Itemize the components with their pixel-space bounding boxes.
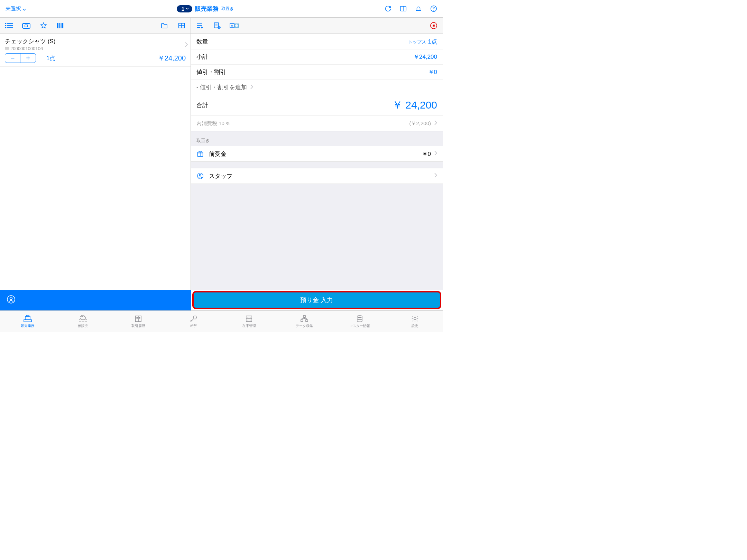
- summary-total-row: 合計 ￥ 24,200: [191, 95, 443, 116]
- help-icon[interactable]: [430, 5, 437, 12]
- svg-rect-68: [301, 320, 303, 321]
- quantity-stepper[interactable]: − +: [5, 53, 36, 63]
- gear-icon: [410, 315, 420, 323]
- mode-badge[interactable]: 1: [177, 5, 192, 12]
- svg-rect-50: [79, 320, 87, 322]
- svg-point-59: [193, 316, 196, 319]
- svg-point-44: [200, 174, 201, 176]
- mode-subtitle: 取置き: [221, 6, 234, 12]
- bell-icon[interactable]: [415, 5, 422, 12]
- cart-item[interactable]: チェックシャツ (S) 2000001000106 − + 1点 ￥24,200: [0, 34, 191, 67]
- app-header: 未選択 1 販売業務 取置き: [0, 0, 443, 17]
- list-icon[interactable]: [4, 21, 14, 30]
- database-icon: [355, 315, 365, 323]
- star-icon[interactable]: [39, 21, 48, 30]
- summary-quantity-row[interactable]: 数量 トップス 1点: [191, 34, 443, 49]
- tab-master[interactable]: マスター情報: [332, 311, 387, 332]
- gift-icon: [196, 150, 204, 157]
- chevron-right-icon: [434, 120, 437, 127]
- customer-select-label: 未選択: [6, 6, 21, 12]
- tab-settings[interactable]: 設定: [387, 311, 443, 332]
- register-icon: [23, 315, 33, 323]
- book-icon: [133, 315, 143, 323]
- chevron-right-icon: [250, 84, 253, 91]
- tab-inventory[interactable]: 在庫管理: [221, 311, 277, 332]
- chevron-right-icon: [434, 151, 437, 157]
- customer-select[interactable]: 未選択: [6, 6, 26, 12]
- svg-rect-67: [303, 316, 305, 317]
- toolbar: 0: [0, 17, 443, 34]
- svg-point-70: [357, 315, 362, 317]
- svg-rect-51: [81, 316, 85, 320]
- add-list-icon[interactable]: [195, 21, 205, 30]
- staff-row[interactable]: スタッフ: [191, 168, 443, 184]
- register-dash-icon: [78, 315, 88, 323]
- cart-price: ￥24,200: [158, 54, 186, 63]
- svg-point-8: [6, 25, 6, 26]
- record-stop-icon[interactable]: [429, 21, 439, 30]
- user-icon: [7, 295, 15, 305]
- cart-pane: チェックシャツ (S) 2000001000106 − + 1点 ￥24,200: [0, 34, 191, 290]
- folder-icon[interactable]: [159, 21, 169, 30]
- summary-tax-row[interactable]: 内消費税 10 % (￥2,200): [191, 116, 443, 131]
- cart-item-name: チェックシャツ (S): [5, 37, 186, 45]
- tab-provisional[interactable]: 仮販売: [55, 311, 111, 332]
- summary-pane: 数量 トップス 1点 小計 ￥24,200 値引・割引 ￥0 - 値引・割引を追…: [191, 34, 443, 290]
- tab-settlement[interactable]: 精算: [166, 311, 221, 332]
- customer-bar[interactable]: [0, 290, 191, 310]
- tab-history[interactable]: 取引履歴: [111, 311, 166, 332]
- svg-point-3: [434, 10, 434, 10]
- barcode-icon[interactable]: [56, 21, 66, 30]
- svg-point-9: [6, 27, 6, 28]
- svg-rect-11: [25, 25, 28, 27]
- plus-button[interactable]: +: [20, 54, 36, 63]
- svg-text:0: 0: [231, 24, 233, 27]
- main-split: チェックシャツ (S) 2000001000106 − + 1点 ￥24,200…: [0, 34, 443, 290]
- footer-action-bar: 預り金 入力: [0, 290, 443, 310]
- drawers-icon: [244, 315, 254, 323]
- chevron-right-icon: [185, 42, 188, 48]
- camera-icon[interactable]: [21, 21, 31, 30]
- summary-discount-row: 値引・割引 ￥0: [191, 65, 443, 80]
- svg-rect-49: [26, 315, 29, 316]
- tab-bar: 販売業務 仮販売 取引履歴 精算 在庫管理 データ収集 マスター情報 設定: [0, 310, 443, 332]
- tab-datacollect[interactable]: データ収集: [277, 311, 332, 332]
- tab-sales[interactable]: 販売業務: [0, 311, 55, 332]
- mode-title: 販売業務: [195, 5, 219, 13]
- svg-point-7: [6, 23, 6, 24]
- deposit-row[interactable]: 前受金 ￥0: [191, 146, 443, 161]
- layaway-header: 取置き: [191, 131, 443, 146]
- svg-rect-36: [433, 25, 435, 27]
- svg-rect-52: [82, 315, 84, 316]
- sync-icon[interactable]: [385, 5, 391, 12]
- svg-rect-10: [22, 24, 30, 28]
- add-discount-row[interactable]: - 値引・割引を追加: [191, 80, 443, 95]
- split-view-icon[interactable]: [400, 5, 407, 12]
- grid-icon[interactable]: [177, 21, 186, 30]
- hierarchy-icon: [299, 315, 309, 323]
- svg-point-46: [10, 297, 12, 300]
- mode-badge-count: 1: [182, 6, 184, 12]
- cart-item-sku: 2000001000106: [5, 46, 186, 51]
- cart-qty: 1点: [46, 54, 55, 62]
- summary-subtotal-row: 小計 ￥24,200: [191, 49, 443, 65]
- chevron-down-icon: [22, 6, 26, 12]
- receipt-history-icon[interactable]: [212, 21, 222, 30]
- chevron-right-icon: [434, 173, 437, 179]
- svg-rect-47: [24, 320, 31, 322]
- svg-point-71: [414, 317, 416, 319]
- svg-rect-48: [25, 316, 30, 320]
- person-icon: [196, 172, 204, 179]
- payment-mode-icon[interactable]: 0: [230, 21, 239, 30]
- svg-rect-69: [306, 320, 308, 321]
- qty-label: 数量: [196, 38, 208, 46]
- minus-button[interactable]: −: [5, 54, 20, 63]
- key-icon: [189, 315, 199, 323]
- payment-button[interactable]: 預り金 入力: [192, 291, 441, 309]
